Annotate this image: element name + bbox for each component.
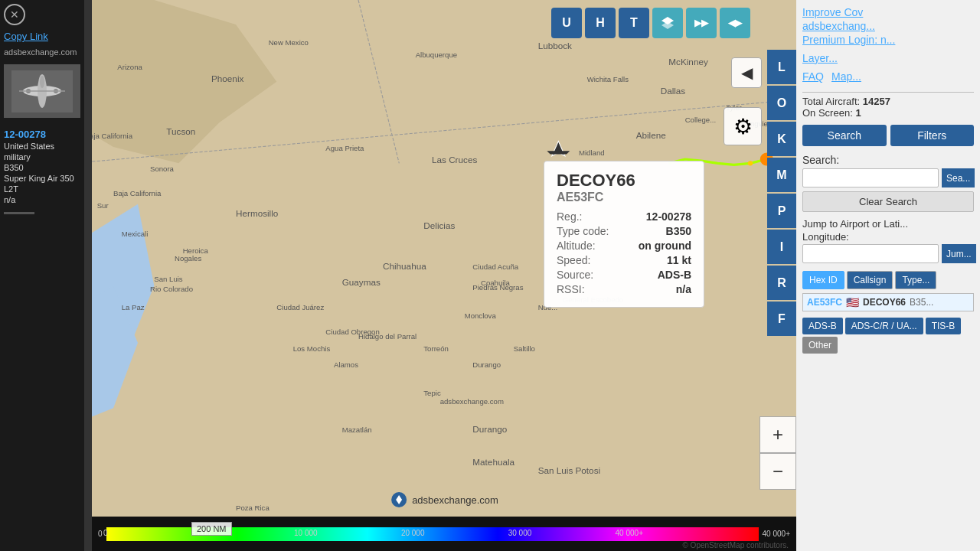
type-code-value: B350: [4, 163, 88, 172]
popup-source-row: Source: ADS-B: [557, 269, 691, 281]
map-side-o-button[interactable]: O: [767, 86, 796, 120]
jump-input[interactable]: [802, 244, 939, 263]
stats-block: Total Aircraft: 14257 On Screen: 1: [802, 96, 974, 119]
aircraft-popup: DECOY66 AE53FC Reg.: 12-00278 Type code:…: [544, 161, 704, 308]
improve-coverage-link[interactable]: Improve Cov: [802, 6, 974, 18]
svg-text:Mexicali: Mexicali: [122, 230, 149, 238]
faq-link[interactable]: FAQ: [802, 70, 824, 83]
ads-c-r-ua-tab[interactable]: ADS-C/R / UA...: [845, 318, 923, 334]
svg-text:San Luis: San Luis: [154, 275, 183, 283]
svg-text:Piedras Negras: Piedras Negras: [472, 283, 523, 292]
search-go-button[interactable]: Sea...: [942, 168, 975, 187]
popup-reg-value: 12-00278: [646, 210, 691, 223]
collapse-left-button[interactable]: ◀: [731, 57, 762, 88]
filters-button[interactable]: Filters: [890, 125, 975, 146]
popup-altitude-row: Altitude: on ground: [557, 240, 691, 252]
popup-type-value: B350: [666, 225, 691, 237]
tis-b-tab[interactable]: TIS-B: [926, 318, 962, 334]
alt-type-value: L2T: [4, 184, 88, 194]
jump-input-row: Jum...: [802, 244, 974, 263]
type-tab[interactable]: Type...: [895, 271, 936, 289]
zoom-out-button[interactable]: −: [760, 453, 796, 490]
aircraft-hex: AE53FC: [807, 297, 842, 308]
map-link[interactable]: Map...: [831, 70, 861, 83]
left-panel-scrollbar[interactable]: [84, 0, 92, 551]
svg-text:Chihuahua: Chihuahua: [383, 261, 426, 271]
search-input[interactable]: [802, 168, 939, 187]
clear-search-button[interactable]: Clear Search: [802, 191, 974, 212]
layers-button[interactable]: [652, 8, 683, 38]
svg-text:Mazatlán: Mazatlán: [342, 425, 372, 434]
color-bar-zero: 0: [98, 530, 103, 538]
u-button[interactable]: U: [551, 8, 582, 38]
map-side-f-button[interactable]: F: [767, 302, 796, 336]
aircraft-callsign: DECOY66: [863, 297, 906, 308]
jump-to-label: Jump to Airport or Lati...: [802, 218, 974, 230]
svg-text:College...: College...: [685, 116, 717, 124]
svg-text:Tepic: Tepic: [423, 389, 441, 397]
svg-text:Alamos: Alamos: [334, 360, 358, 369]
layer-link[interactable]: Layer...: [802, 52, 974, 64]
copy-link[interactable]: Copy Link: [0, 27, 92, 46]
popup-rssi-label: RSSI:: [557, 283, 585, 295]
svg-text:Albuquerque: Albuquerque: [416, 51, 457, 59]
svg-text:Tucson: Tucson: [166, 126, 195, 136]
hex-id-tab[interactable]: Hex ID: [802, 271, 844, 289]
map-side-p-button[interactable]: P: [767, 194, 796, 228]
popup-type-label: Type code:: [557, 225, 609, 237]
map-side-m-button[interactable]: M: [767, 158, 796, 192]
map-area[interactable]: Phoenix Tucson Arizona New Mexico Albuqu…: [92, 0, 796, 551]
other-tab[interactable]: Other: [802, 337, 838, 354]
svg-text:Hermosillo: Hermosillo: [236, 208, 279, 218]
popup-hex-id: AE53FC: [557, 191, 691, 204]
svg-text:Abilene: Abilene: [636, 130, 666, 140]
close-button[interactable]: ✕: [4, 4, 25, 25]
aircraft-thumbnail: [4, 64, 80, 118]
ads-b-tab[interactable]: ADS-B: [802, 318, 843, 334]
back-forward-button[interactable]: ◀▶: [720, 8, 750, 38]
svg-text:Arizona: Arizona: [117, 63, 142, 71]
popup-source-value: ADS-B: [658, 269, 691, 281]
forward-button[interactable]: ▶▶: [686, 8, 717, 38]
popup-type-row: Type code: B350: [557, 225, 691, 237]
zoom-controls: + −: [760, 416, 796, 490]
svg-text:Dallas: Dallas: [661, 86, 686, 96]
svg-text:Lubbock: Lubbock: [538, 41, 572, 51]
svg-text:Agua Prieta: Agua Prieta: [325, 144, 364, 152]
search-filter-row: Search Filters: [802, 125, 974, 146]
map-side-k-button[interactable]: K: [767, 122, 796, 156]
svg-text:adsbexchange.com: adsbexchange.com: [440, 397, 504, 406]
on-screen-label: On Screen:: [802, 107, 853, 119]
total-aircraft-value: 14257: [863, 96, 890, 107]
map-side-i-button[interactable]: I: [767, 230, 796, 264]
aircraft-info-block: 12-00278 United States military B350 Sup…: [0, 124, 92, 219]
svg-text:Poza Rica: Poza Rica: [236, 504, 270, 512]
callsign-tab[interactable]: Callsign: [847, 271, 893, 289]
t-button[interactable]: T: [619, 8, 649, 38]
map-side-r-button[interactable]: R: [767, 266, 796, 300]
jump-button[interactable]: Jum...: [942, 244, 976, 263]
map-side-l-button[interactable]: L: [767, 50, 796, 84]
popup-altitude-label: Altitude:: [557, 240, 596, 252]
scale-indicator: 200 NM: [191, 522, 232, 536]
svg-text:Hidalgo del Parral: Hidalgo del Parral: [358, 332, 416, 341]
svg-text:Ciudad Acuña: Ciudad Acuña: [472, 262, 518, 271]
aircraft-list-row[interactable]: AE53FC 🇺🇸 DECOY66 B35...: [802, 293, 974, 311]
premium-login-link[interactable]: Premium Login: n...: [802, 34, 974, 46]
h-button[interactable]: H: [585, 8, 616, 38]
zoom-in-button[interactable]: +: [760, 416, 796, 453]
svg-text:Wichita Falls: Wichita Falls: [587, 75, 629, 83]
aircraft-type: B35...: [910, 297, 933, 308]
svg-text:Nogales: Nogales: [175, 254, 201, 262]
search-button[interactable]: Search: [802, 125, 887, 146]
svg-text:Saltillo: Saltillo: [514, 344, 535, 353]
popup-speed-value: 11 kt: [667, 254, 691, 266]
svg-text:Torreón: Torreón: [423, 344, 449, 353]
divider-1: [802, 92, 974, 93]
svg-text:Matehuala: Matehuala: [472, 457, 514, 467]
svg-text:Ciudad Juárez: Ciudad Juárez: [276, 303, 324, 311]
url-text: adsbexchange.com: [0, 46, 92, 58]
nav-links: FAQ Map...: [802, 70, 974, 83]
adsbexchange-link[interactable]: adsbexchang...: [802, 20, 974, 32]
settings-button[interactable]: ⚙: [724, 107, 762, 145]
